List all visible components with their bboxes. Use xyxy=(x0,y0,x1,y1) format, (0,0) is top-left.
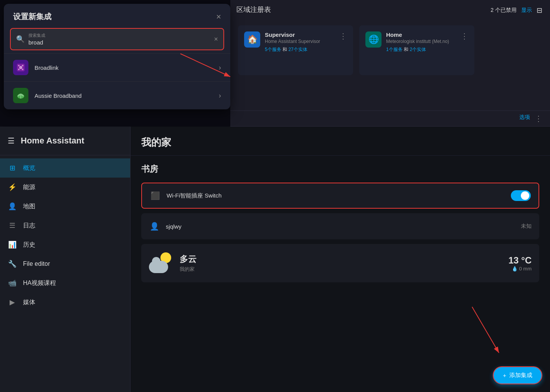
home-links: 1个服务 和 2个实体 xyxy=(386,46,449,53)
integration-card-supervisor[interactable]: 🏠 Supervisor Home Assistant Supervisor 5… xyxy=(238,25,353,75)
show-button[interactable]: 显示 xyxy=(521,7,532,14)
weather-info: 多云 我的家 xyxy=(180,254,197,273)
logbook-label: 日志 xyxy=(23,222,35,230)
ha-video-icon: 📹 xyxy=(8,279,17,287)
sidebar-item-logbook[interactable]: ☰ 日志 xyxy=(0,216,130,235)
sidebar-item-overview[interactable]: ⊞ 概览 xyxy=(0,158,130,178)
home-menu-icon[interactable]: ⋮ xyxy=(461,31,468,41)
toggle-track xyxy=(511,190,531,201)
page-header: 我的家 xyxy=(130,127,550,156)
card-header: 🌐 Home Meteorologisk institutt (Met.no) … xyxy=(365,31,468,53)
dialog-title: 设置新集成 xyxy=(13,12,51,22)
page-content: 书房 ⬛ Wi-Fi智能插座 Switch 👤 sjqlwy 未知 多云 xyxy=(130,156,550,290)
history-label: 历史 xyxy=(23,241,35,249)
integrations-area: 2 个已禁用 显示 ⊟ 🏠 Supervisor Home Assistant … xyxy=(230,0,550,127)
room-title: 书房 xyxy=(141,163,539,175)
media-label: 媒体 xyxy=(23,298,35,306)
rain-icon: 💧 xyxy=(512,266,518,272)
sidebar-header: ☰ Home Assistant xyxy=(0,127,130,155)
aussie-name: Aussie Broadband xyxy=(35,92,213,99)
weather-stats: 13 °C 💧 0 mm xyxy=(509,255,532,272)
person-card[interactable]: 👤 sjqlwy 未知 xyxy=(141,213,539,239)
aussie-icon xyxy=(13,88,28,103)
supervisor-info: Supervisor Home Assistant Supervisor 5个服… xyxy=(265,31,320,53)
sidebar-item-map[interactable]: 👤 地图 xyxy=(0,197,130,216)
svg-point-4 xyxy=(18,69,20,70)
home-info: Home Meteorologisk institutt (Met.no) 1个… xyxy=(386,31,449,53)
supervisor-services-link[interactable]: 5个服务 xyxy=(265,47,281,52)
weather-rain: 💧 0 mm xyxy=(509,266,532,272)
add-label: 添加集成 xyxy=(509,372,532,379)
region-label: 区域注册表 xyxy=(230,2,277,17)
search-value: broad xyxy=(28,39,210,46)
card-header: 🏠 Supervisor Home Assistant Supervisor 5… xyxy=(244,31,347,53)
energy-icon: ⚡ xyxy=(8,183,17,191)
home-name: Home xyxy=(386,31,449,38)
supervisor-name: Supervisor xyxy=(265,31,320,38)
wifi-switch-card[interactable]: ⬛ Wi-Fi智能插座 Switch xyxy=(141,183,539,209)
switch-toggle[interactable] xyxy=(511,190,531,201)
weather-location: 我的家 xyxy=(180,266,197,273)
options-menu-icon[interactable]: ⋮ xyxy=(535,114,542,123)
sidebar-item-history[interactable]: 📊 历史 xyxy=(0,235,130,254)
person-status: 未知 xyxy=(521,223,532,230)
sidebar: ☰ Home Assistant ⊞ 概览 ⚡ 能源 👤 地图 ☰ 日志 📊 历… xyxy=(0,127,130,392)
options-link[interactable]: 选项 xyxy=(519,114,530,123)
search-icon: 🔍 xyxy=(16,35,25,43)
sidebar-item-ha-video[interactable]: 📹 HA视频课程 xyxy=(0,273,130,293)
energy-label: 能源 xyxy=(23,183,35,191)
toggle-thumb xyxy=(521,191,529,200)
cloud-shape xyxy=(149,261,168,273)
file-editor-icon: 🔧 xyxy=(8,260,17,268)
supervisor-icon: 🏠 xyxy=(244,31,260,48)
overview-icon: ⊞ xyxy=(8,164,17,172)
result-item-aussie[interactable]: Aussie Broadband › xyxy=(4,81,230,109)
broadlink-arrow: › xyxy=(219,64,221,72)
disabled-count: 2 个已禁用 xyxy=(491,7,517,14)
sidebar-item-media[interactable]: ▶ 媒体 xyxy=(0,293,130,312)
weather-temperature: 13 °C xyxy=(509,255,532,266)
map-icon: 👤 xyxy=(8,202,17,211)
ha-video-label: HA视频课程 xyxy=(23,279,56,287)
media-icon: ▶ xyxy=(8,298,17,306)
svg-point-1 xyxy=(19,66,22,69)
switch-icon: ⬛ xyxy=(150,191,160,200)
person-name: sjqlwy xyxy=(166,223,515,230)
home-entities-link[interactable]: 2个实体 xyxy=(410,47,426,52)
rain-value: 0 mm xyxy=(519,266,532,272)
weather-condition: 多云 xyxy=(180,254,197,265)
supervisor-description: Home Assistant Supervisor xyxy=(265,39,320,44)
integration-cards: 🏠 Supervisor Home Assistant Supervisor 5… xyxy=(230,21,550,80)
sidebar-item-energy[interactable]: ⚡ 能源 xyxy=(0,178,130,197)
sidebar-item-file-editor[interactable]: 🔧 File editor xyxy=(0,254,130,273)
weather-icon xyxy=(149,252,172,275)
home-description: Meteorologisk institutt (Met.no) xyxy=(386,39,449,44)
supervisor-links: 5个服务 和 27个实体 xyxy=(265,46,320,53)
result-list: Broadlink › Aussie Broadband › xyxy=(4,53,230,109)
menu-icon[interactable]: ☰ xyxy=(8,136,15,145)
search-clear-button[interactable]: × xyxy=(214,35,218,43)
broadlink-icon xyxy=(13,60,28,75)
setup-dialog: 设置新集成 × 🔍 搜索集成 broad × Broadlink › xyxy=(4,4,230,109)
supervisor-entities-link[interactable]: 27个实体 xyxy=(288,47,307,52)
home-icon: 🌐 xyxy=(365,31,382,48)
integration-card-home[interactable]: 🌐 Home Meteorologisk institutt (Met.no) … xyxy=(359,25,474,75)
person-icon: 👤 xyxy=(149,222,160,231)
sidebar-title: Home Assistant xyxy=(21,136,84,146)
supervisor-menu-icon[interactable]: ⋮ xyxy=(339,31,347,41)
dialog-close-button[interactable]: × xyxy=(216,12,221,22)
filter-icon[interactable]: ⊟ xyxy=(537,6,542,15)
home-services-link[interactable]: 1个服务 xyxy=(386,47,403,52)
sidebar-nav: ⊞ 概览 ⚡ 能源 👤 地图 ☰ 日志 📊 历史 🔧 File editor 📹… xyxy=(0,155,130,315)
broadlink-name: Broadlink xyxy=(35,64,213,71)
integrations-topbar: 2 个已禁用 显示 ⊟ xyxy=(230,0,550,21)
overview-label: 概览 xyxy=(23,164,35,172)
result-item-broadlink[interactable]: Broadlink › xyxy=(4,53,230,81)
aussie-arrow: › xyxy=(219,92,221,100)
add-integration-button[interactable]: + 添加集成 xyxy=(493,366,542,384)
main-content: 我的家 书房 ⬛ Wi-Fi智能插座 Switch 👤 sjqlwy 未知 xyxy=(130,127,550,392)
svg-point-2 xyxy=(18,65,20,66)
svg-point-3 xyxy=(22,65,23,66)
weather-card[interactable]: 多云 我的家 13 °C 💧 0 mm xyxy=(141,244,539,282)
logbook-icon: ☰ xyxy=(8,221,17,230)
